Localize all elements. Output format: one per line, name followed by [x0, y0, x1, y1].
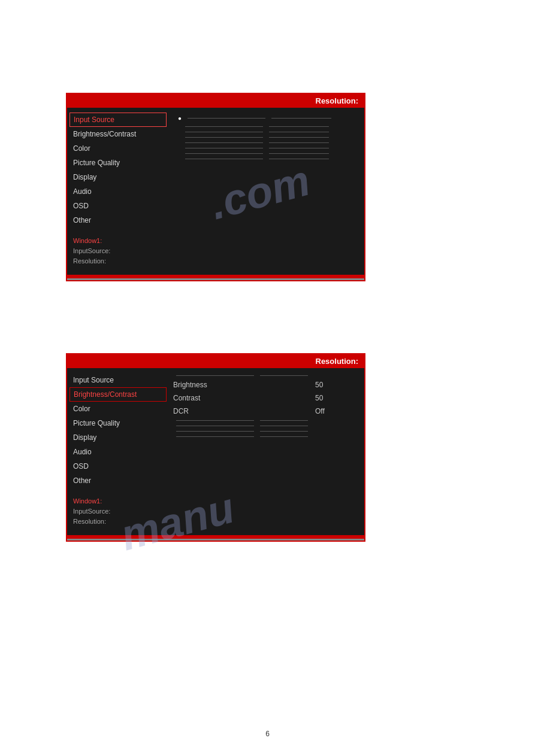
osd-panel-1: Resolution: Input Source Brightness/Cont…	[66, 93, 365, 281]
panel1-footer-title: Window1:	[73, 237, 358, 244]
page-number: 6	[265, 730, 270, 738]
dcr-value: Off	[312, 407, 360, 415]
panel1-menu-item-picture-quality[interactable]: Picture Quality	[67, 156, 169, 170]
contrast-label: Contrast	[173, 394, 312, 402]
panel1-menu-item-other[interactable]: Other	[67, 213, 169, 227]
panel2-footer-line2: Resolution:	[73, 517, 358, 527]
brightness-label: Brightness	[173, 381, 312, 389]
input-source-dot: ●	[178, 115, 182, 122]
panel1-row-4	[172, 135, 361, 140]
panel1-menu-item-input-source[interactable]: Input Source	[69, 113, 167, 127]
panel1-input-source-row: ●	[172, 113, 361, 124]
panel2-menu-item-color[interactable]: Color	[67, 402, 169, 416]
panel1-menu-item-audio[interactable]: Audio	[67, 184, 169, 199]
page-container: .com manu Resolution: Input Source Brigh…	[0, 0, 535, 756]
panel1-menu-item-osd[interactable]: OSD	[67, 199, 169, 213]
contrast-value: 50	[312, 394, 360, 402]
panel2-row-8	[172, 434, 361, 439]
panel2-content: Brightness 50 Contrast 50 DCR Off	[169, 371, 364, 490]
panel2-content-row-0	[172, 373, 361, 378]
panel2-menu-item-other[interactable]: Other	[67, 473, 169, 488]
input-source-line	[188, 118, 265, 119]
panel2-content-row-dcr: DCR Off	[172, 405, 361, 418]
panel1-body: Input Source Brightness/Contrast Color P…	[67, 108, 364, 232]
brightness-value: 50	[312, 381, 360, 389]
panel1-row-7	[172, 151, 361, 156]
panel2-bottom-stripe	[67, 539, 364, 541]
panel2-header: Resolution:	[67, 354, 364, 368]
panel1-menu-item-brightness[interactable]: Brightness/Contrast	[67, 127, 169, 141]
input-source-value-line	[271, 118, 331, 119]
panel1-menu: Input Source Brightness/Contrast Color P…	[67, 111, 169, 229]
panel1-content: ●	[169, 111, 364, 229]
panel2-menu-item-brightness[interactable]: Brightness/Contrast	[69, 387, 167, 402]
panel2-menu-item-osd[interactable]: OSD	[67, 459, 169, 473]
panel1-menu-item-display[interactable]: Display	[67, 170, 169, 184]
panel2-row-5	[172, 418, 361, 423]
panel1-row-5	[172, 140, 361, 145]
panel2-content-row-contrast: Contrast 50	[172, 391, 361, 405]
panel1-row-6	[172, 145, 361, 151]
osd-panel-2: Resolution: Input Source Brightness/Cont…	[66, 353, 365, 542]
panel1-footer: Window1: InputSource: Resolution:	[67, 232, 364, 275]
panel2-row-6	[172, 423, 361, 429]
panel2-content-row-brightness: Brightness 50	[172, 378, 361, 391]
panel1-header: Resolution:	[67, 94, 364, 108]
panel1-footer-line1: InputSource:	[73, 246, 358, 256]
panel1-row-2	[172, 124, 361, 129]
panel1-row-8	[172, 156, 361, 162]
panel2-menu-item-picture-quality[interactable]: Picture Quality	[67, 416, 169, 430]
panel1-row-3	[172, 129, 361, 135]
panel1-footer-line2: Resolution:	[73, 256, 358, 266]
panel2-menu: Input Source Brightness/Contrast Color P…	[67, 371, 169, 490]
panel2-footer-line1: InputSource:	[73, 506, 358, 517]
panel1-bottom-stripe	[67, 278, 364, 280]
panel2-menu-item-input-source[interactable]: Input Source	[67, 373, 169, 387]
panel1-menu-item-color[interactable]: Color	[67, 141, 169, 156]
panel2-body: Input Source Brightness/Contrast Color P…	[67, 368, 364, 493]
dcr-label: DCR	[173, 407, 312, 415]
panel2-menu-item-audio[interactable]: Audio	[67, 445, 169, 459]
panel2-footer: Window1: InputSource: Resolution:	[67, 493, 364, 535]
panel2-row-7	[172, 429, 361, 434]
panel2-menu-item-display[interactable]: Display	[67, 430, 169, 445]
panel2-footer-title: Window1:	[73, 497, 358, 505]
